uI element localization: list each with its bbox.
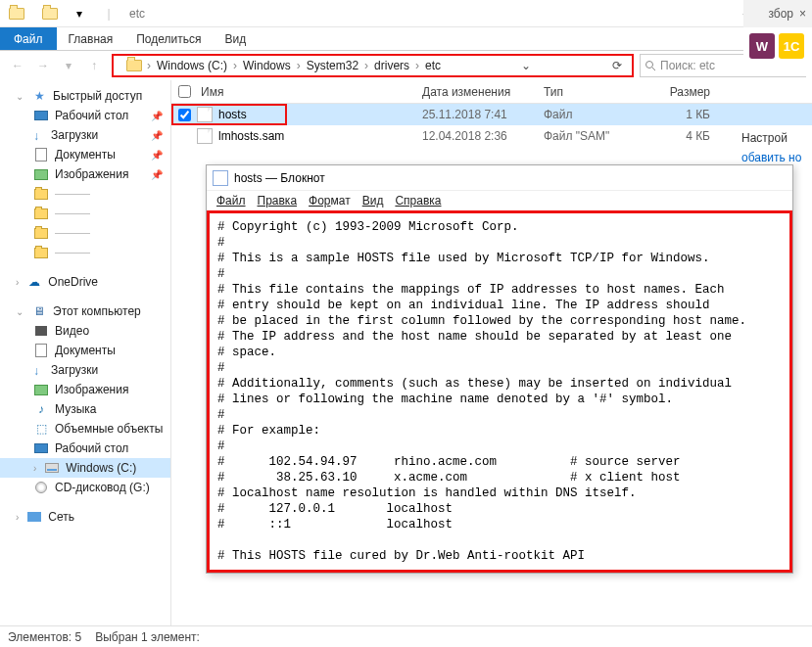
- behind-link-settings: Настрой: [741, 131, 812, 145]
- nav-pictures-pc[interactable]: Изображения: [0, 380, 170, 399]
- nav-pictures[interactable]: Изображения📌: [0, 164, 170, 184]
- nav-documents[interactable]: Документы📌: [0, 145, 170, 164]
- folder-icon: [34, 189, 48, 200]
- window-titlebar: ▾ | etc ─ ☐: [0, 0, 812, 27]
- address-folder-icon: [123, 55, 145, 76]
- nav-this-pc[interactable]: ⌄🖥Этот компьютер: [0, 301, 170, 321]
- browser-tab-close-icon[interactable]: ×: [799, 7, 806, 21]
- notepad-menu-format[interactable]: Формат: [305, 194, 355, 208]
- breadcrumb-item[interactable]: Windows (C:): [153, 59, 231, 72]
- expand-icon[interactable]: ›: [33, 463, 36, 474]
- col-header-date[interactable]: Дата изменения: [422, 85, 544, 99]
- address-dropdown-icon[interactable]: ⌄: [515, 59, 537, 72]
- file-type: Файл "SAM": [544, 129, 651, 143]
- pc-icon: 🖥: [31, 304, 47, 318]
- behind-link-add: обавить но: [741, 151, 812, 164]
- ribbon-file-tab[interactable]: Файл: [0, 27, 57, 50]
- file-icon: [197, 107, 213, 122]
- nav-recent-folder[interactable]: ———: [0, 184, 170, 204]
- nav-recent-folder[interactable]: ———: [0, 243, 170, 262]
- col-header-name[interactable]: Имя: [197, 85, 422, 99]
- nav-videos[interactable]: Видео: [0, 321, 170, 341]
- cloud-icon: ☁: [26, 275, 42, 289]
- folder-icon: [34, 248, 48, 258]
- status-item-count: Элементов: 5: [8, 630, 81, 644]
- ribbon-tab-home[interactable]: Главная: [57, 27, 125, 50]
- nav-network[interactable]: ›Сеть: [0, 507, 170, 527]
- notepad-menu-file[interactable]: Файл: [213, 194, 250, 208]
- breadcrumb-sep: ›: [145, 59, 153, 72]
- network-icon: [27, 512, 41, 522]
- nav-desktop-pc[interactable]: Рабочий стол: [0, 439, 170, 458]
- status-bar: Элементов: 5 Выбран 1 элемент:: [0, 625, 812, 647]
- nav-downloads[interactable]: Загрузки📌: [0, 125, 170, 145]
- browser-tab-label: збор: [768, 7, 793, 21]
- breadcrumb-item[interactable]: Windows: [239, 59, 295, 72]
- col-header-checkbox[interactable]: [171, 85, 197, 98]
- app-1c-icon[interactable]: 1C: [779, 33, 804, 59]
- address-bar[interactable]: › Windows (C:) › Windows › System32 › dr…: [112, 54, 634, 77]
- qat-item[interactable]: [39, 3, 61, 24]
- ribbon-tab-share[interactable]: Поделиться: [124, 27, 213, 50]
- col-header-size[interactable]: Размер: [651, 85, 720, 99]
- music-icon: ♪: [33, 402, 49, 416]
- nav-onedrive[interactable]: ›☁OneDrive: [0, 272, 170, 292]
- nav-drive-c[interactable]: ›Windows (C:): [0, 458, 170, 478]
- file-row[interactable]: hosts 25.11.2018 7:41 Файл 1 КБ: [171, 104, 812, 125]
- notepad-titlebar[interactable]: hosts — Блокнот: [207, 165, 792, 191]
- notepad-icon: [213, 170, 228, 186]
- expand-icon[interactable]: ⌄: [16, 91, 24, 102]
- nav-desktop[interactable]: Рабочий стол📌: [0, 106, 170, 125]
- nav-forward-button[interactable]: →: [31, 54, 55, 77]
- expand-icon[interactable]: ⌄: [16, 306, 24, 317]
- breadcrumb-sep: ›: [362, 59, 370, 72]
- address-refresh-icon[interactable]: ⟳: [606, 59, 628, 72]
- ribbon-tab-view[interactable]: Вид: [213, 27, 258, 50]
- status-selected: Выбран 1 элемент:: [95, 630, 200, 644]
- qat-separator: |: [98, 3, 119, 24]
- app-word-icon[interactable]: W: [749, 33, 775, 59]
- nav-recent-folder[interactable]: ———: [0, 204, 170, 223]
- nav-3d-objects[interactable]: ⬚Объемные объекты: [0, 419, 170, 439]
- notepad-menu-view[interactable]: Вид: [358, 194, 388, 208]
- file-icon: [197, 128, 213, 144]
- row-checkbox[interactable]: [178, 109, 191, 121]
- nav-up-button[interactable]: ↑: [82, 54, 106, 77]
- notepad-menu-edit[interactable]: Правка: [254, 194, 302, 208]
- nav-quick-access[interactable]: ⌄ ★ Быстрый доступ: [0, 86, 170, 106]
- breadcrumb-item[interactable]: drivers: [370, 59, 413, 72]
- quick-access-toolbar: ▾ |: [33, 3, 119, 24]
- select-all-checkbox[interactable]: [178, 85, 191, 98]
- window-title: etc: [129, 7, 145, 21]
- col-header-type[interactable]: Тип: [544, 85, 651, 99]
- folder-icon: [34, 208, 48, 219]
- search-icon: [645, 60, 656, 71]
- svg-line-1: [652, 68, 655, 70]
- notepad-window: hosts — Блокнот Файл Правка Формат Вид С…: [206, 164, 793, 574]
- file-type: Файл: [544, 108, 651, 121]
- qat-dropdown-icon[interactable]: ▾: [69, 3, 90, 24]
- file-row[interactable]: lmhosts.sam 12.04.2018 2:36 Файл "SAM" 4…: [171, 125, 812, 147]
- right-app-icons: W 1C: [743, 27, 812, 76]
- nav-cd-drive[interactable]: CD-дисковод (G:): [0, 478, 170, 497]
- folder-icon: [34, 228, 48, 239]
- star-icon: ★: [31, 89, 47, 103]
- expand-icon[interactable]: ›: [16, 277, 19, 288]
- expand-icon[interactable]: ›: [16, 512, 19, 523]
- notepad-text-area[interactable]: # Copyright (c) 1993-2009 Microsoft Corp…: [207, 210, 792, 573]
- file-size: 1 КБ: [651, 108, 720, 121]
- nav-recent-folder[interactable]: ———: [0, 223, 170, 243]
- breadcrumb-item[interactable]: etc: [421, 59, 445, 72]
- nav-downloads-pc[interactable]: Загрузки: [0, 360, 170, 380]
- breadcrumb-item[interactable]: System32: [303, 59, 362, 72]
- nav-recent-dropdown[interactable]: ▾: [57, 54, 80, 77]
- search-placeholder: Поиск: etc: [660, 59, 715, 72]
- notepad-menubar: Файл Правка Формат Вид Справка: [207, 191, 792, 210]
- nav-documents-pc[interactable]: Документы: [0, 341, 170, 360]
- nav-music[interactable]: ♪Музыка: [0, 399, 170, 419]
- notepad-menu-help[interactable]: Справка: [391, 194, 445, 208]
- nav-back-button[interactable]: ←: [6, 54, 29, 77]
- file-name: lmhosts.sam: [218, 129, 284, 143]
- desktop-icon: [34, 443, 48, 453]
- pin-icon: 📌: [151, 150, 163, 161]
